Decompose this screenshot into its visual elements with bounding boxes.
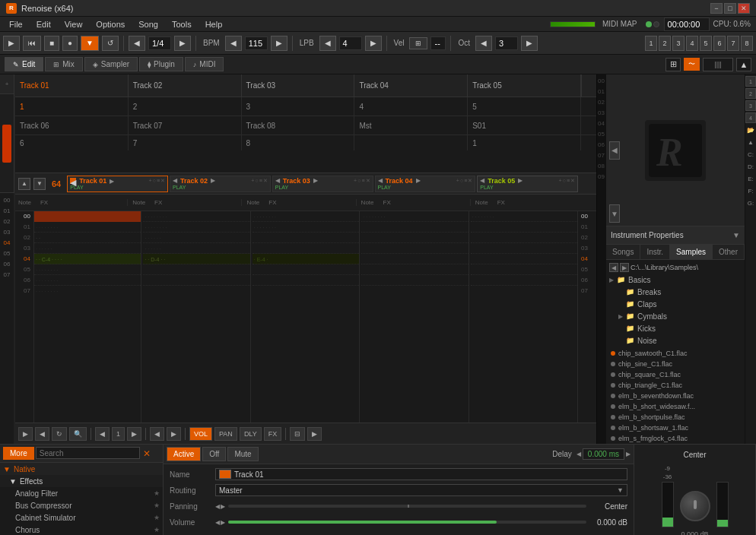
bc-tab-off[interactable]: Off <box>202 447 226 461</box>
file-7[interactable]: elm_b_shortsaw_1.flac <box>606 423 745 433</box>
seq-t2-nav-r[interactable]: ▶ <box>211 177 215 184</box>
menu-song[interactable]: Song <box>132 18 164 30</box>
rp-props-arrow[interactable]: ▼ <box>732 231 740 239</box>
seq-track-header-01[interactable]: ◀ Track 01 ▶ + ○ ≡ ✕ PLAY <box>67 176 168 192</box>
bc-search-input[interactable] <box>36 447 140 459</box>
pattern-col-04[interactable]: · · · · · · · · <box>361 211 469 423</box>
bc-plugin-star-0[interactable]: ★ <box>154 489 160 497</box>
rp-nav-4[interactable]: 4 <box>745 112 756 123</box>
seq-track-header-02[interactable]: ◀ Track 02 ▶ + ○ ≡ ✕ PLAY <box>170 176 271 192</box>
seq-track-header-04[interactable]: ◀ Track 04 ▶ + ○ ≡ ✕ PLAY <box>375 176 476 192</box>
browser-back-btn[interactable]: ◀ <box>609 263 618 272</box>
seq-t3-nav-l[interactable]: ◀ <box>275 177 280 184</box>
rp-tab-samples[interactable]: Samples <box>670 245 713 259</box>
rp-nav-drive-c[interactable]: C: <box>745 149 756 160</box>
seq-t2-btn-3[interactable]: ≡ <box>259 178 262 184</box>
tab-mix[interactable]: ⊞ Mix <box>45 57 83 71</box>
seq-cb-sel-2[interactable]: ▶ <box>167 427 181 441</box>
menu-file[interactable]: File <box>3 18 29 30</box>
track-header-05[interactable]: Track 05 <box>468 74 581 97</box>
bc-effects-header[interactable]: ▼ Effects <box>0 475 163 487</box>
tree-claps[interactable]: 📁 Claps <box>606 298 745 310</box>
seq-cb-extra-1[interactable]: ⊟ <box>290 427 305 441</box>
num-btn-6[interactable]: 6 <box>713 36 726 51</box>
bc-plugin-0[interactable]: Analog Filter ★ <box>0 487 163 499</box>
pattern-next[interactable]: ▶ <box>174 36 191 51</box>
bc-plugin-1[interactable]: Bus Compressor ★ <box>0 499 163 511</box>
rp-prev-btn[interactable]: ◀ <box>609 141 620 160</box>
bc-tab-mute[interactable]: Mute <box>227 447 258 461</box>
rp-tab-instr[interactable]: Instr. <box>640 245 670 259</box>
track-name-07[interactable]: Track 07 <box>129 116 242 135</box>
tab-sampler[interactable]: ◈ Sampler <box>84 57 138 71</box>
pattern-prev[interactable]: ◀ <box>129 36 145 51</box>
tree-basics[interactable]: ▶ 📁 Basics <box>606 274 745 286</box>
file-6[interactable]: elm_b_shortpulse.flac <box>606 412 745 423</box>
seq-t4-btn-3[interactable]: ≡ <box>464 178 467 184</box>
bc-plugin-star-2[interactable]: ★ <box>154 514 160 521</box>
menu-options[interactable]: Options <box>90 18 131 30</box>
file-5[interactable]: elm_b_short_widesaw.f... <box>606 401 745 412</box>
bc-delay-prev[interactable]: ◀ <box>577 451 581 457</box>
track-header-04[interactable]: Track 04 <box>354 74 468 97</box>
bpm-prev[interactable]: ◀ <box>225 36 242 51</box>
bc-tab-active[interactable]: Active <box>167 447 201 461</box>
bc-plugin-star-1[interactable]: ★ <box>154 502 160 509</box>
num-btn-3[interactable]: 3 <box>672 36 685 51</box>
rp-nav-down[interactable]: ▼ <box>609 204 620 223</box>
seq-cb-dly[interactable]: DLY <box>240 427 262 441</box>
file-0[interactable]: chip_sawtooth_C1.flac <box>606 348 745 359</box>
num-btn-4[interactable]: 4 <box>686 36 698 51</box>
seq-t1-btn-3[interactable]: ≡ <box>157 178 160 184</box>
lpb-prev[interactable]: ◀ <box>319 36 336 51</box>
track-header-03[interactable]: Track 03 <box>242 74 355 97</box>
bc-panning-track[interactable] <box>228 505 586 508</box>
seq-t2-nav-l[interactable]: ◀ <box>173 177 177 184</box>
seq-cb-back[interactable]: ◀ <box>35 427 49 441</box>
rp-nav-drive-d[interactable]: D: <box>745 161 756 172</box>
seq-t5-btn-1[interactable]: + <box>559 178 562 184</box>
menu-view[interactable]: View <box>59 18 89 30</box>
bc-plugin-2[interactable]: Cabinet Simulator ★ <box>0 511 163 524</box>
seq-cb-loop[interactable]: ↻ <box>52 427 67 441</box>
seq-cb-fx[interactable]: FX <box>264 427 282 441</box>
seq-nav-up[interactable]: ▲ <box>18 178 30 190</box>
rp-nav-1[interactable]: 1 <box>745 76 756 87</box>
rp-nav-2[interactable]: 2 <box>745 88 756 99</box>
seq-track-header-03[interactable]: ◀ Track 03 ▶ + ○ ≡ ✕ PLAY <box>272 176 373 192</box>
close-button[interactable]: ✕ <box>738 3 750 14</box>
seq-t4-nav-l[interactable]: ◀ <box>378 177 383 184</box>
num-btn-5[interactable]: 5 <box>700 36 712 51</box>
tab-edit[interactable]: ✎ Edit <box>5 57 43 71</box>
seq-t5-nav-l[interactable]: ◀ <box>480 177 484 184</box>
rp-nav-3[interactable]: 3 <box>745 100 756 111</box>
rp-nav-drive-e[interactable]: E: <box>745 173 756 184</box>
play-button[interactable]: ▶ <box>3 36 20 51</box>
file-1[interactable]: chip_sine_C1.flac <box>606 359 745 369</box>
file-4[interactable]: elm_b_seventhdown.flac <box>606 391 745 401</box>
seq-t2-btn-4[interactable]: ✕ <box>263 178 268 184</box>
seq-t3-btn-1[interactable]: + <box>354 178 357 184</box>
bc-delay-next[interactable]: ▶ <box>626 451 631 457</box>
seq-t1-btn-2[interactable]: ○ <box>153 178 156 184</box>
tab-midi[interactable]: ♪ MIDI <box>185 57 224 71</box>
seq-t4-btn-4[interactable]: ✕ <box>468 178 472 184</box>
rp-tab-other[interactable]: Other <box>713 245 745 259</box>
oct-next[interactable]: ▶ <box>521 36 538 51</box>
lpb-next[interactable]: ▶ <box>365 36 382 51</box>
pattern-col-03[interactable]: · · · · · · · · · · · · · · · · · E-4 · <box>253 211 360 423</box>
num-btn-8[interactable]: 8 <box>741 36 753 51</box>
menu-help[interactable]: Help <box>199 18 229 30</box>
rp-nav-drive-f[interactable]: F: <box>745 185 756 196</box>
bc-panning-prev[interactable]: ◀ <box>215 503 220 510</box>
pattern-col-02[interactable]: · · · · · · · · · · · · · · · · · · · · … <box>143 211 250 423</box>
file-2[interactable]: chip_square_C1.flac <box>606 369 745 380</box>
rp-nav-folder[interactable]: 📂 <box>745 125 756 135</box>
seq-t3-btn-3[interactable]: ≡ <box>361 178 364 184</box>
file-3[interactable]: chip_triangle_C1.flac <box>606 380 745 391</box>
maximize-button[interactable]: □ <box>724 3 736 14</box>
bc-name-value[interactable]: Track 01 <box>215 468 627 480</box>
bc-plugin-star-3[interactable]: ★ <box>154 526 160 533</box>
track-name-06[interactable]: Track 06 <box>15 116 129 135</box>
menu-edit[interactable]: Edit <box>30 18 57 30</box>
